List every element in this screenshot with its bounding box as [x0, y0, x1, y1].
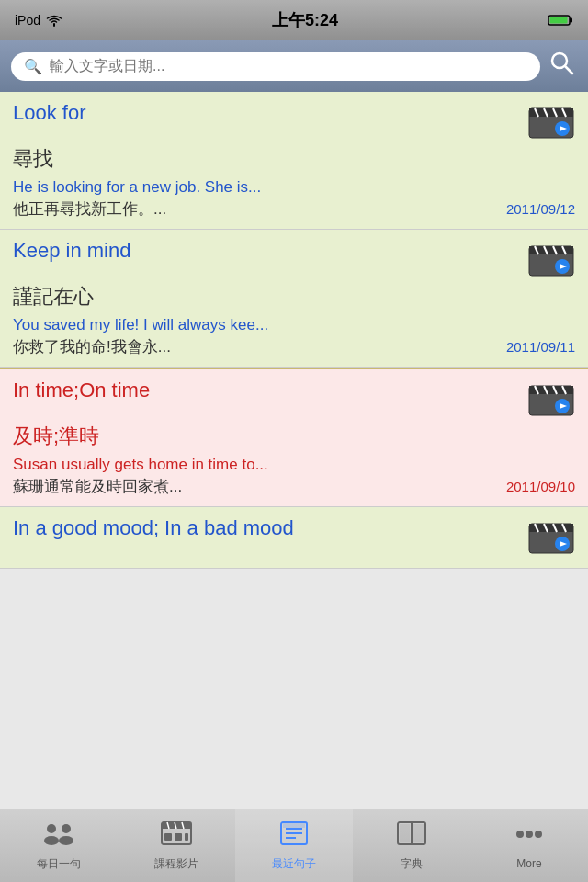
entry-example: Susan usually gets home in time to... — [13, 456, 575, 474]
entry-title: Look for — [13, 101, 527, 125]
search-bar: 🔍 — [0, 40, 588, 92]
status-bar: iPod 上午5:24 — [0, 0, 588, 40]
svg-rect-2 — [550, 17, 568, 24]
tab-dict[interactable]: 字典 — [353, 809, 470, 882]
tab-dict-label: 字典 — [401, 856, 423, 872]
battery-icon — [548, 14, 573, 27]
svg-point-59 — [526, 831, 533, 838]
video-icon[interactable] — [527, 379, 575, 421]
entry-zh-example: 蘇珊通常能及時回家煮... — [13, 476, 182, 497]
tab-bar: 每日一句 課程影片 — [0, 808, 588, 882]
entry-date: 2011/09/12 — [506, 201, 575, 217]
entry-translation: 尋找 — [13, 145, 575, 173]
tab-video[interactable]: 課程影片 — [118, 809, 235, 882]
list-icon — [279, 820, 309, 853]
search-submit-icon — [549, 51, 575, 76]
entry-zh-example: 他正再尋找新工作。... — [13, 198, 166, 220]
tab-video-label: 課程影片 — [154, 856, 198, 872]
svg-point-40 — [59, 836, 74, 845]
dots-icon — [513, 821, 546, 854]
svg-point-60 — [535, 831, 542, 838]
search-input[interactable] — [50, 58, 527, 74]
entry-in-a-good-mood[interactable]: In a good mood; In a bad mood — [0, 507, 588, 569]
svg-point-38 — [44, 836, 59, 845]
svg-line-4 — [565, 66, 572, 74]
entry-in-time[interactable]: In time;On time 及時;準時 Susan usually gets… — [0, 369, 588, 507]
svg-rect-57 — [413, 824, 424, 842]
entry-title: Keep in mind — [13, 239, 527, 263]
search-button[interactable] — [548, 51, 577, 82]
entry-date: 2011/09/11 — [506, 339, 575, 355]
tab-recent[interactable]: 最近句子 — [235, 809, 353, 882]
svg-rect-48 — [185, 833, 188, 841]
entry-translation: 謹記在心 — [13, 283, 575, 311]
svg-point-37 — [47, 824, 56, 833]
tab-more-label: More — [516, 857, 541, 870]
wifi-icon — [46, 14, 62, 27]
entry-keep-in-mind[interactable]: Keep in mind 謹記在心 You saved my life! I w… — [0, 230, 588, 368]
film-icon — [160, 820, 193, 853]
svg-rect-56 — [400, 824, 410, 842]
status-right — [548, 14, 573, 27]
svg-rect-1 — [570, 18, 572, 23]
entry-date: 2011/09/10 — [506, 479, 575, 494]
status-left: iPod — [15, 13, 62, 28]
svg-rect-47 — [175, 833, 182, 841]
video-icon[interactable] — [527, 101, 575, 143]
entry-zh-example: 你救了我的命!我會永... — [13, 336, 171, 357]
video-icon[interactable] — [527, 516, 575, 559]
svg-rect-53 — [283, 823, 305, 828]
svg-point-39 — [62, 824, 71, 833]
tab-daily[interactable]: 每日一句 — [0, 809, 118, 882]
entry-example: You saved my life! I will always kee... — [13, 316, 575, 334]
tab-daily-label: 每日一句 — [37, 856, 81, 872]
entry-look-for[interactable]: Look for 尋找 He is looking for a new job.… — [0, 92, 588, 230]
time-display: 上午5:24 — [272, 9, 338, 31]
svg-rect-46 — [164, 833, 172, 841]
entry-title: In time;On time — [13, 379, 527, 402]
tab-recent-label: 最近句子 — [272, 856, 316, 872]
search-icon-inner: 🔍 — [24, 58, 42, 75]
tab-more[interactable]: More — [470, 809, 588, 882]
entry-translation: 及時;準時 — [13, 423, 575, 450]
search-input-wrapper[interactable]: 🔍 — [11, 52, 540, 81]
svg-point-58 — [516, 831, 524, 838]
device-label: iPod — [15, 13, 40, 28]
entry-title: In a good mood; In a bad mood — [13, 516, 527, 540]
content-list: Look for 尋找 He is looking for a new job.… — [0, 92, 588, 808]
people-icon — [42, 820, 75, 853]
video-icon[interactable] — [527, 239, 575, 281]
entry-example: He is looking for a new job. She is... — [13, 178, 575, 197]
book-icon — [395, 820, 428, 853]
